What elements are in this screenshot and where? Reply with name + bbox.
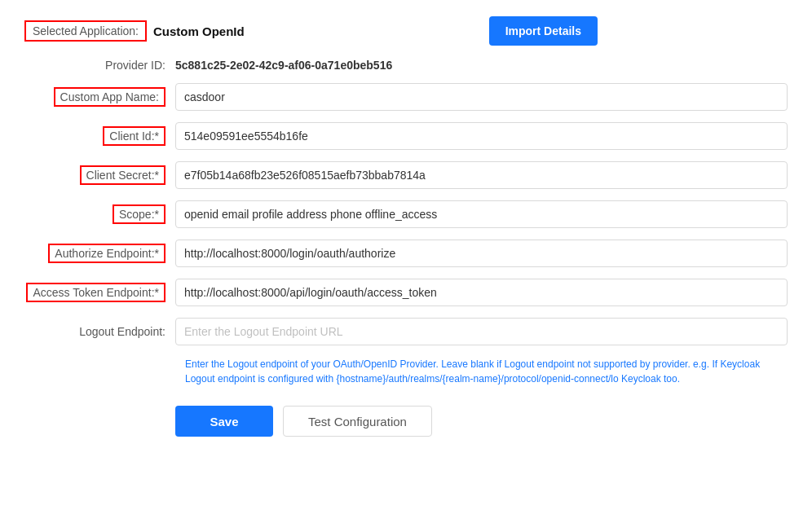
provider-id-label: Provider ID: <box>24 59 175 72</box>
logout-endpoint-row: Logout Endpoint: <box>24 318 788 345</box>
client-secret-input[interactable] <box>175 161 788 189</box>
client-id-label-text: Client Id:* <box>103 126 165 146</box>
client-secret-row: Client Secret:* <box>24 161 788 189</box>
authorize-endpoint-label: Authorize Endpoint:* <box>24 244 175 263</box>
authorize-endpoint-label-text: Authorize Endpoint:* <box>48 244 165 263</box>
client-id-row: Client Id:* <box>24 122 788 150</box>
client-secret-label-text: Client Secret:* <box>80 165 165 185</box>
selected-application-block: Selected Application: Custom OpenId <box>24 20 489 42</box>
provider-id-row: Provider ID: 5c881c25-2e02-42c9-af06-0a7… <box>24 59 788 72</box>
client-secret-label: Client Secret:* <box>24 165 175 185</box>
save-button[interactable]: Save <box>175 406 273 437</box>
access-token-endpoint-row: Access Token Endpoint:* <box>24 279 788 306</box>
logout-endpoint-label: Logout Endpoint: <box>24 325 175 338</box>
scope-row: Scope:* <box>24 200 788 228</box>
custom-app-name-input[interactable] <box>175 83 788 111</box>
page-container: Selected Application: Custom OpenId Impo… <box>0 0 812 523</box>
custom-app-name-label-text: Custom App Name: <box>54 87 165 107</box>
access-token-endpoint-label: Access Token Endpoint:* <box>24 283 175 302</box>
selected-application-label: Selected Application: <box>24 20 147 42</box>
access-token-endpoint-label-text: Access Token Endpoint:* <box>26 283 165 302</box>
top-section: Selected Application: Custom OpenId Impo… <box>24 16 788 46</box>
client-id-input[interactable] <box>175 122 788 150</box>
scope-label: Scope:* <box>24 204 175 224</box>
access-token-endpoint-input[interactable] <box>175 279 788 306</box>
authorize-endpoint-input[interactable] <box>175 240 788 267</box>
form-section: Selected Application: Custom OpenId Impo… <box>24 16 788 437</box>
client-id-label: Client Id:* <box>24 126 175 146</box>
selected-application-value: Custom OpenId <box>153 24 245 38</box>
custom-app-name-label: Custom App Name: <box>24 87 175 107</box>
scope-input[interactable] <box>175 200 788 228</box>
logout-endpoint-hint: Enter the Logout endpoint of your OAuth/… <box>185 357 788 386</box>
scope-label-text: Scope:* <box>113 204 165 224</box>
test-configuration-button[interactable]: Test Configuration <box>283 406 432 437</box>
authorize-endpoint-row: Authorize Endpoint:* <box>24 240 788 267</box>
provider-id-value: 5c881c25-2e02-42c9-af06-0a71e0beb516 <box>175 59 392 72</box>
bottom-buttons: Save Test Configuration <box>175 406 788 437</box>
logout-endpoint-input[interactable] <box>175 318 788 345</box>
custom-app-name-row: Custom App Name: <box>24 83 788 111</box>
import-details-button[interactable]: Import Details <box>489 16 598 46</box>
